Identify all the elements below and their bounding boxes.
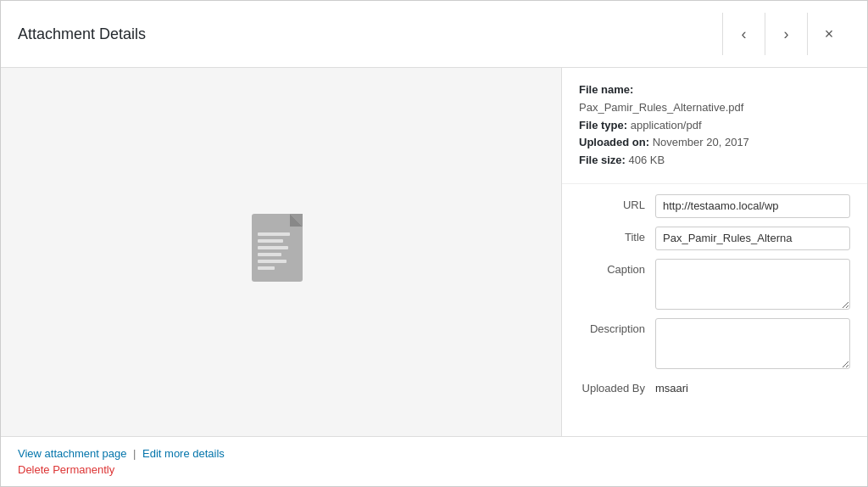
uploaded-by-value: msaari <box>655 378 850 395</box>
view-attachment-link[interactable]: View attachment page <box>18 447 126 460</box>
svg-rect-8 <box>258 266 275 270</box>
form-section: URL Title Caption Description Uploaded B <box>562 184 867 436</box>
svg-rect-3 <box>258 232 290 236</box>
uploaded-on-row: Uploaded on: November 20, 2017 <box>579 134 850 152</box>
uploaded-on-label: Uploaded on: <box>579 136 649 148</box>
footer-line1: View attachment page | Edit more details <box>18 447 225 460</box>
file-info-section: File name: Pax_Pamir_Rules_Alternative.p… <box>562 68 867 184</box>
caption-textarea[interactable] <box>655 259 850 310</box>
attachment-details-modal: Attachment Details ‹ › × <box>0 0 868 487</box>
preview-pane <box>1 68 562 436</box>
caption-label: Caption <box>579 259 655 276</box>
delete-permanently-link[interactable]: Delete Permanently <box>18 463 850 476</box>
uploaded-on-value: November 20, 2017 <box>653 136 749 148</box>
description-textarea[interactable] <box>655 318 850 369</box>
svg-rect-5 <box>258 246 288 249</box>
title-input[interactable] <box>655 227 850 250</box>
prev-button[interactable]: ‹ <box>723 13 765 55</box>
svg-rect-4 <box>258 239 283 243</box>
description-label: Description <box>579 318 655 335</box>
file-name-value: Pax_Pamir_Rules_Alternative.pdf <box>579 101 743 114</box>
file-type-row: File type: application/pdf <box>579 117 850 135</box>
description-row: Description <box>579 318 850 369</box>
file-size-label: File size: <box>579 154 626 166</box>
file-size-value: 406 KB <box>629 154 665 166</box>
svg-rect-7 <box>258 260 287 263</box>
file-type-value: application/pdf <box>631 119 702 132</box>
url-input[interactable] <box>655 194 850 218</box>
header-actions: ‹ › × <box>722 13 850 55</box>
separator-1: | <box>133 447 136 460</box>
modal-header: Attachment Details ‹ › × <box>1 1 867 68</box>
prev-icon: ‹ <box>742 25 747 43</box>
url-label: URL <box>579 194 655 211</box>
file-thumbnail <box>248 214 315 290</box>
next-icon: › <box>784 25 789 43</box>
modal-footer: View attachment page | Edit more details… <box>1 436 867 486</box>
uploaded-by-row: Uploaded By msaari <box>579 378 850 395</box>
svg-rect-6 <box>258 253 281 256</box>
file-size-row: File size: 406 KB <box>579 152 850 170</box>
caption-row: Caption <box>579 259 850 310</box>
close-icon: × <box>825 25 834 43</box>
edit-more-link[interactable]: Edit more details <box>142 447 225 460</box>
uploaded-by-label: Uploaded By <box>579 378 655 395</box>
file-name-label: File name: <box>579 83 633 96</box>
footer-links: View attachment page | Edit more details… <box>18 447 850 476</box>
title-label: Title <box>579 227 655 244</box>
url-row: URL <box>579 194 850 218</box>
title-row: Title <box>579 227 850 250</box>
close-button[interactable]: × <box>808 13 850 55</box>
modal-body: File name: Pax_Pamir_Rules_Alternative.p… <box>1 68 867 436</box>
details-pane: File name: Pax_Pamir_Rules_Alternative.p… <box>562 68 867 436</box>
file-type-label: File type: <box>579 119 627 132</box>
file-name-row: File name: Pax_Pamir_Rules_Alternative.p… <box>579 81 850 117</box>
next-button[interactable]: › <box>765 13 808 55</box>
modal-title: Attachment Details <box>18 25 146 43</box>
